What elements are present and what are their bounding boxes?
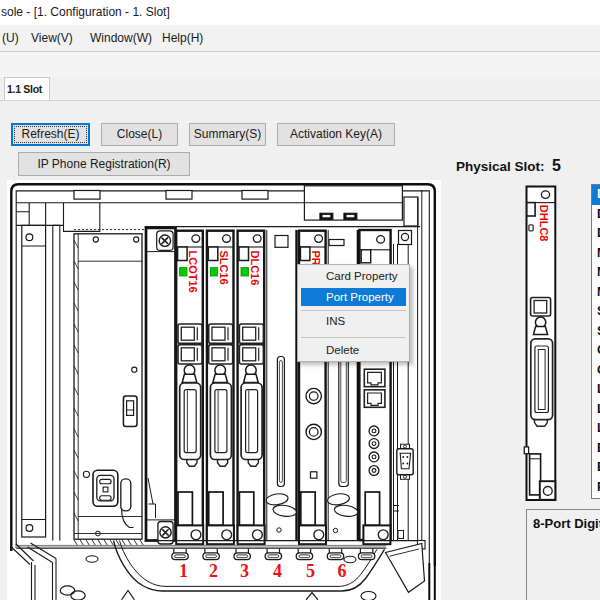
svg-text:SLC16: SLC16 xyxy=(218,251,230,285)
svg-text:2: 2 xyxy=(209,561,218,581)
svg-text:LCOT16: LCOT16 xyxy=(187,251,199,293)
svg-text:6: 6 xyxy=(338,561,347,581)
svg-text:4: 4 xyxy=(273,561,282,581)
svg-text:1: 1 xyxy=(179,561,188,581)
svg-text:5: 5 xyxy=(306,561,315,581)
svg-text:DLC16: DLC16 xyxy=(249,251,261,286)
svg-text:3: 3 xyxy=(240,561,249,581)
svg-text:DHLC8: DHLC8 xyxy=(538,205,550,242)
